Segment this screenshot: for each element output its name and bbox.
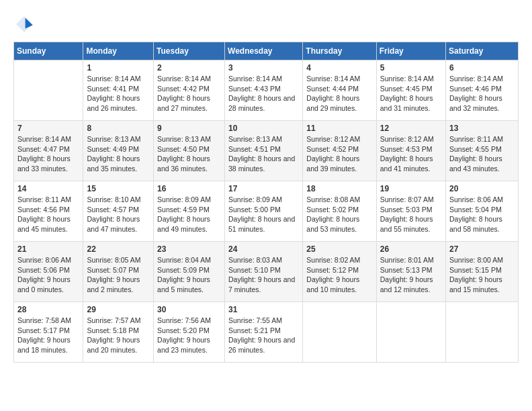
day-detail: Sunrise: 8:08 AMSunset: 5:02 PMDaylight:… <box>306 195 372 234</box>
logo-icon <box>13 13 35 35</box>
day-header-saturday: Saturday <box>446 42 519 60</box>
calendar-cell: 25Sunrise: 8:02 AMSunset: 5:12 PMDayligh… <box>303 242 376 302</box>
day-number: 6 <box>449 63 515 73</box>
day-detail: Sunrise: 8:13 AMSunset: 4:49 PMDaylight:… <box>87 134 150 174</box>
calendar-cell: 1Sunrise: 8:14 AMSunset: 4:41 PMDaylight… <box>83 60 154 121</box>
calendar-cell: 3Sunrise: 8:14 AMSunset: 4:43 PMDaylight… <box>225 60 303 121</box>
day-header-thursday: Thursday <box>303 42 376 60</box>
day-header-friday: Friday <box>376 42 445 60</box>
calendar-cell <box>376 302 445 363</box>
day-number: 12 <box>380 124 442 133</box>
day-number: 19 <box>380 184 442 193</box>
calendar-cell: 6Sunrise: 8:14 AMSunset: 4:46 PMDaylight… <box>446 60 519 121</box>
day-detail: Sunrise: 8:14 AMSunset: 4:45 PMDaylight:… <box>380 74 442 113</box>
day-detail: Sunrise: 8:07 AMSunset: 5:03 PMDaylight:… <box>380 195 442 234</box>
day-number: 23 <box>157 244 221 254</box>
day-detail: Sunrise: 7:57 AMSunset: 5:18 PMDaylight:… <box>87 316 150 355</box>
day-number: 15 <box>87 184 150 193</box>
calendar-cell: 15Sunrise: 8:10 AMSunset: 4:57 PMDayligh… <box>83 181 154 242</box>
day-detail: Sunrise: 8:03 AMSunset: 5:10 PMDaylight:… <box>228 255 299 295</box>
day-number: 1 <box>87 63 150 73</box>
day-number: 28 <box>17 305 79 314</box>
calendar-cell: 2Sunrise: 8:14 AMSunset: 4:42 PMDaylight… <box>154 60 225 121</box>
calendar-cell: 22Sunrise: 8:05 AMSunset: 5:07 PMDayligh… <box>83 242 154 302</box>
svg-marker-1 <box>26 17 33 28</box>
day-number: 22 <box>87 244 150 254</box>
day-detail: Sunrise: 8:09 AMSunset: 4:59 PMDaylight:… <box>157 195 221 234</box>
day-detail: Sunrise: 8:02 AMSunset: 5:12 PMDaylight:… <box>306 255 372 295</box>
day-detail: Sunrise: 7:55 AMSunset: 5:21 PMDaylight:… <box>228 316 299 355</box>
day-number: 24 <box>228 244 299 254</box>
week-row-4: 28Sunrise: 7:58 AMSunset: 5:17 PMDayligh… <box>14 302 519 363</box>
day-detail: Sunrise: 8:13 AMSunset: 4:51 PMDaylight:… <box>228 134 299 174</box>
calendar-cell: 28Sunrise: 7:58 AMSunset: 5:17 PMDayligh… <box>14 302 83 363</box>
day-number: 3 <box>228 63 299 73</box>
day-number: 9 <box>157 124 221 133</box>
day-detail: Sunrise: 8:14 AMSunset: 4:41 PMDaylight:… <box>87 74 150 113</box>
day-number: 8 <box>87 124 150 133</box>
calendar-cell: 31Sunrise: 7:55 AMSunset: 5:21 PMDayligh… <box>225 302 303 363</box>
calendar-cell: 18Sunrise: 8:08 AMSunset: 5:02 PMDayligh… <box>303 181 376 242</box>
day-detail: Sunrise: 8:05 AMSunset: 5:07 PMDaylight:… <box>87 255 150 295</box>
day-number: 17 <box>228 184 299 193</box>
calendar-cell <box>446 302 519 363</box>
week-row-3: 21Sunrise: 8:06 AMSunset: 5:06 PMDayligh… <box>14 242 519 302</box>
day-header-sunday: Sunday <box>14 42 83 60</box>
day-header-monday: Monday <box>83 42 154 60</box>
header-row: SundayMondayTuesdayWednesdayThursdayFrid… <box>14 42 519 60</box>
week-row-1: 7Sunrise: 8:14 AMSunset: 4:47 PMDaylight… <box>14 121 519 181</box>
day-detail: Sunrise: 8:12 AMSunset: 4:53 PMDaylight:… <box>380 134 442 174</box>
day-number: 11 <box>306 124 372 133</box>
day-detail: Sunrise: 8:14 AMSunset: 4:43 PMDaylight:… <box>228 74 299 113</box>
day-detail: Sunrise: 8:11 AMSunset: 4:55 PMDaylight:… <box>449 134 515 174</box>
day-detail: Sunrise: 8:14 AMSunset: 4:47 PMDaylight:… <box>17 134 79 174</box>
calendar-cell: 30Sunrise: 7:56 AMSunset: 5:20 PMDayligh… <box>154 302 225 363</box>
day-number: 29 <box>87 305 150 314</box>
day-detail: Sunrise: 8:06 AMSunset: 5:06 PMDaylight:… <box>17 255 79 295</box>
day-number: 30 <box>157 305 221 314</box>
calendar-cell <box>303 302 376 363</box>
calendar-cell: 19Sunrise: 8:07 AMSunset: 5:03 PMDayligh… <box>376 181 445 242</box>
day-detail: Sunrise: 8:04 AMSunset: 5:09 PMDaylight:… <box>157 255 221 295</box>
calendar-cell: 11Sunrise: 8:12 AMSunset: 4:52 PMDayligh… <box>303 121 376 181</box>
day-number: 31 <box>228 305 299 314</box>
calendar-cell: 4Sunrise: 8:14 AMSunset: 4:44 PMDaylight… <box>303 60 376 121</box>
calendar-cell: 26Sunrise: 8:01 AMSunset: 5:13 PMDayligh… <box>376 242 445 302</box>
calendar-table: SundayMondayTuesdayWednesdayThursdayFrid… <box>13 42 519 363</box>
calendar-cell: 10Sunrise: 8:13 AMSunset: 4:51 PMDayligh… <box>225 121 303 181</box>
calendar-cell: 20Sunrise: 8:06 AMSunset: 5:04 PMDayligh… <box>446 181 519 242</box>
day-detail: Sunrise: 8:12 AMSunset: 4:52 PMDaylight:… <box>306 134 372 174</box>
day-number: 25 <box>306 244 372 254</box>
week-row-0: 1Sunrise: 8:14 AMSunset: 4:41 PMDaylight… <box>14 60 519 121</box>
day-header-wednesday: Wednesday <box>225 42 303 60</box>
day-number: 10 <box>228 124 299 133</box>
day-number: 27 <box>449 244 515 254</box>
day-detail: Sunrise: 7:56 AMSunset: 5:20 PMDaylight:… <box>157 316 221 355</box>
day-detail: Sunrise: 8:01 AMSunset: 5:13 PMDaylight:… <box>380 255 442 295</box>
day-number: 13 <box>449 124 515 133</box>
day-detail: Sunrise: 8:10 AMSunset: 4:57 PMDaylight:… <box>87 195 150 234</box>
calendar-cell: 14Sunrise: 8:11 AMSunset: 4:56 PMDayligh… <box>14 181 83 242</box>
day-number: 20 <box>449 184 515 193</box>
day-detail: Sunrise: 8:14 AMSunset: 4:44 PMDaylight:… <box>306 74 372 113</box>
calendar-cell: 21Sunrise: 8:06 AMSunset: 5:06 PMDayligh… <box>14 242 83 302</box>
calendar-cell: 23Sunrise: 8:04 AMSunset: 5:09 PMDayligh… <box>154 242 225 302</box>
day-number: 21 <box>17 244 79 254</box>
day-detail: Sunrise: 8:11 AMSunset: 4:56 PMDaylight:… <box>17 195 79 234</box>
day-detail: Sunrise: 8:13 AMSunset: 4:50 PMDaylight:… <box>157 134 221 174</box>
calendar-cell: 17Sunrise: 8:09 AMSunset: 5:00 PMDayligh… <box>225 181 303 242</box>
calendar-cell: 9Sunrise: 8:13 AMSunset: 4:50 PMDaylight… <box>154 121 225 181</box>
day-number: 7 <box>17 124 79 133</box>
calendar-cell: 13Sunrise: 8:11 AMSunset: 4:55 PMDayligh… <box>446 121 519 181</box>
calendar-cell: 5Sunrise: 8:14 AMSunset: 4:45 PMDaylight… <box>376 60 445 121</box>
day-number: 4 <box>306 63 372 73</box>
calendar-cell: 24Sunrise: 8:03 AMSunset: 5:10 PMDayligh… <box>225 242 303 302</box>
header <box>13 13 519 35</box>
logo <box>13 13 38 35</box>
day-number: 2 <box>157 63 221 73</box>
calendar-cell: 12Sunrise: 8:12 AMSunset: 4:53 PMDayligh… <box>376 121 445 181</box>
day-detail: Sunrise: 7:58 AMSunset: 5:17 PMDaylight:… <box>17 316 79 355</box>
day-detail: Sunrise: 8:14 AMSunset: 4:46 PMDaylight:… <box>449 74 515 113</box>
day-number: 18 <box>306 184 372 193</box>
day-detail: Sunrise: 8:09 AMSunset: 5:00 PMDaylight:… <box>228 195 299 234</box>
